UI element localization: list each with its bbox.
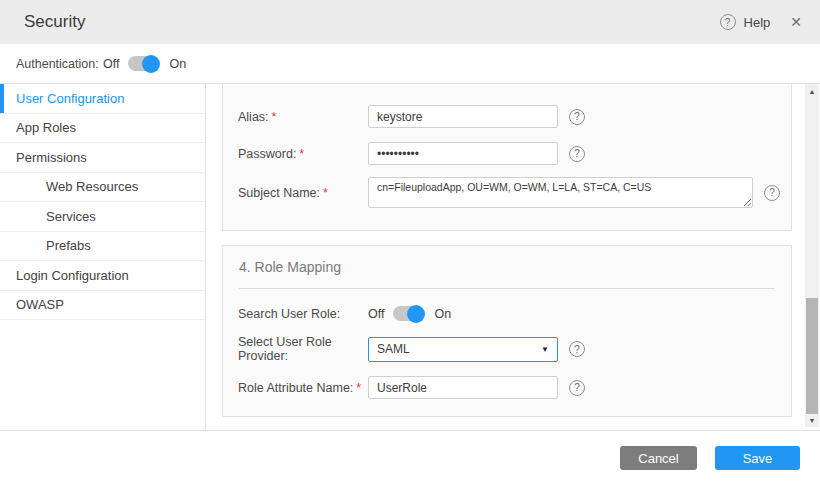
- sidebar-item-owasp[interactable]: OWASP: [0, 291, 205, 321]
- role-mapping-title: 4. Role Mapping: [223, 259, 791, 275]
- subject-name-label: Subject Name:*: [238, 186, 368, 200]
- scroll-up-icon[interactable]: ▲: [805, 85, 819, 97]
- scrollbar-thumb[interactable]: [806, 298, 818, 414]
- role-attribute-row: Role Attribute Name:* ?: [223, 376, 791, 399]
- alias-input[interactable]: [368, 105, 558, 128]
- toggle-knob: [142, 55, 160, 73]
- search-user-role-row: Search User Role: Off On: [223, 306, 791, 321]
- search-user-role-toggle[interactable]: [393, 306, 423, 321]
- alias-help-icon[interactable]: ?: [569, 109, 585, 125]
- role-provider-row: Select User Role Provider: SAML ▼ ?: [223, 335, 791, 363]
- scroll-down-icon[interactable]: ▼: [805, 414, 819, 426]
- password-label: Password:*: [238, 147, 368, 161]
- toggle-knob: [407, 305, 425, 323]
- titlebar-actions: ? Help ✕: [720, 14, 802, 30]
- sidebar-item-services[interactable]: Services: [0, 202, 205, 232]
- authentication-row: Authentication: Off On: [0, 44, 820, 84]
- close-icon[interactable]: ✕: [790, 14, 802, 30]
- required-mark: *: [299, 147, 304, 161]
- sidebar: User Configuration App Roles Permissions…: [0, 84, 206, 430]
- search-role-on-label: On: [434, 307, 451, 321]
- required-mark: *: [356, 381, 361, 395]
- chevron-down-icon: ▼: [541, 345, 549, 354]
- sidebar-item-permissions[interactable]: Permissions: [0, 143, 205, 173]
- password-input[interactable]: [368, 142, 558, 165]
- role-attribute-help-icon[interactable]: ?: [569, 380, 585, 396]
- role-attribute-label: Role Attribute Name:*: [238, 381, 368, 395]
- subject-name-textarea[interactable]: cn=FileuploadApp, OU=WM, O=WM, L=LA, ST=…: [368, 177, 753, 208]
- footer-bar: Cancel Save: [0, 430, 820, 485]
- page-title: Security: [24, 12, 85, 32]
- authentication-toggle[interactable]: [128, 56, 158, 71]
- authentication-label: Authentication:: [16, 57, 103, 71]
- password-help-icon[interactable]: ?: [569, 146, 585, 162]
- search-user-role-label: Search User Role:: [238, 307, 368, 321]
- selected-provider-value: SAML: [377, 342, 410, 356]
- authentication-off-label: Off: [103, 57, 119, 71]
- password-row: Password:* ?: [223, 142, 791, 165]
- main-area: User Configuration App Roles Permissions…: [0, 84, 820, 430]
- sidebar-item-login-configuration[interactable]: Login Configuration: [0, 261, 205, 291]
- search-role-off-label: Off: [368, 307, 384, 321]
- title-bar: Security ? Help ✕: [0, 0, 820, 44]
- role-provider-help-icon[interactable]: ?: [569, 341, 585, 357]
- scroll-viewport: Alias:* ? Password:* ? Sub: [206, 84, 804, 430]
- user-role-provider-select[interactable]: SAML ▼: [368, 337, 558, 362]
- subject-name-row: Subject Name:* cn=FileuploadApp, OU=WM, …: [223, 177, 791, 208]
- vertical-scrollbar[interactable]: ▲ ▼: [805, 84, 819, 427]
- subject-name-help-icon[interactable]: ?: [764, 185, 780, 201]
- keystore-panel: Alias:* ? Password:* ? Sub: [222, 84, 792, 231]
- content-area: Alias:* ? Password:* ? Sub: [206, 84, 820, 430]
- required-mark: *: [323, 186, 328, 200]
- sidebar-item-prefabs[interactable]: Prefabs: [0, 232, 205, 262]
- authentication-on-label: On: [169, 57, 186, 71]
- required-mark: *: [272, 110, 277, 124]
- role-attribute-input[interactable]: [368, 376, 558, 399]
- sidebar-item-user-configuration[interactable]: User Configuration: [0, 84, 205, 114]
- help-link[interactable]: Help: [744, 15, 771, 30]
- section-divider: [239, 288, 775, 289]
- alias-label: Alias:*: [238, 110, 368, 124]
- alias-row: Alias:* ?: [223, 105, 791, 128]
- role-mapping-panel: 4. Role Mapping Search User Role: Off On…: [222, 245, 792, 417]
- save-button[interactable]: Save: [715, 446, 800, 470]
- sidebar-item-app-roles[interactable]: App Roles: [0, 114, 205, 144]
- security-dialog: Security ? Help ✕ Authentication: Off On…: [0, 0, 820, 485]
- cancel-button[interactable]: Cancel: [620, 446, 697, 470]
- help-icon[interactable]: ?: [720, 14, 736, 30]
- sidebar-item-web-resources[interactable]: Web Resources: [0, 173, 205, 203]
- role-provider-label: Select User Role Provider:: [238, 335, 368, 363]
